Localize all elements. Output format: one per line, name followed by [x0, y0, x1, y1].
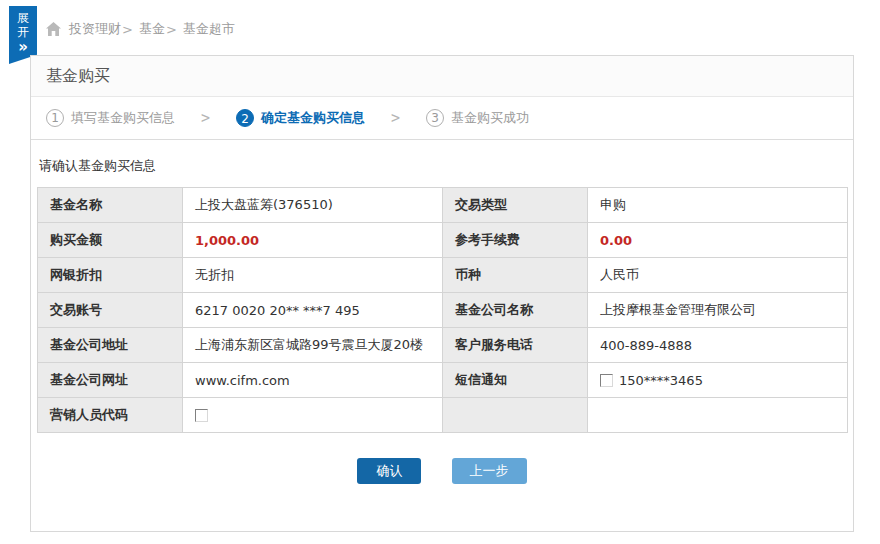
- account-value: 6217 0020 20** ***7 495: [183, 293, 443, 328]
- confirm-content: 请确认基金购买信息 基金名称 上投大盘蓝筹(376510) 交易类型 申购 购买…: [31, 157, 853, 484]
- table-row: 营销人员代码: [38, 398, 848, 433]
- double-chevron-right-icon: »: [9, 40, 37, 55]
- home-icon[interactable]: [46, 22, 61, 36]
- discount-label: 网银折扣: [38, 258, 183, 293]
- fund-purchase-panel: 基金购买 1 填写基金购买信息 > 2 确定基金购买信息 > 3 基金购买成功 …: [30, 55, 854, 532]
- confirm-button[interactable]: 确认: [357, 458, 421, 484]
- company-name-value: 上投摩根基金管理有限公司: [588, 293, 848, 328]
- table-row: 购买金额 1,000.00 参考手续费 0.00: [38, 223, 848, 258]
- purchase-amount-value: 1,000.00: [183, 223, 443, 258]
- company-address-label: 基金公司地址: [38, 328, 183, 363]
- fee-label: 参考手续费: [443, 223, 588, 258]
- step-separator-icon: >: [391, 109, 400, 127]
- marketing-code-checkbox[interactable]: [195, 409, 208, 422]
- sms-notify-value: 150****3465: [588, 363, 848, 398]
- step-1-circle: 1: [46, 109, 64, 127]
- sms-phone-text: 150****3465: [619, 373, 703, 388]
- table-row: 基金名称 上投大盘蓝筹(376510) 交易类型 申购: [38, 188, 848, 223]
- step-1-label: 填写基金购买信息: [71, 109, 175, 127]
- discount-value: 无折扣: [183, 258, 443, 293]
- breadcrumb-item-invest[interactable]: 投资理财: [69, 20, 121, 38]
- currency-label: 币种: [443, 258, 588, 293]
- breadcrumb-separator: >: [166, 22, 177, 37]
- empty-value-cell: [588, 398, 848, 433]
- table-row: 网银折扣 无折扣 币种 人民币: [38, 258, 848, 293]
- step-indicator: 1 填写基金购买信息 > 2 确定基金购买信息 > 3 基金购买成功: [31, 97, 853, 140]
- breadcrumb-item-fund-market[interactable]: 基金超市: [183, 20, 235, 38]
- fund-name-label: 基金名称: [38, 188, 183, 223]
- table-row: 交易账号 6217 0020 20** ***7 495 基金公司名称 上投摩根…: [38, 293, 848, 328]
- back-button[interactable]: 上一步: [452, 458, 527, 484]
- breadcrumb: 投资理财 > 基金 > 基金超市: [46, 20, 235, 38]
- breadcrumb-separator: >: [122, 22, 133, 37]
- fund-info-table: 基金名称 上投大盘蓝筹(376510) 交易类型 申购 购买金额 1,000.0…: [37, 187, 848, 433]
- confirm-prompt: 请确认基金购买信息: [39, 157, 847, 175]
- step-3-success: 3 基金购买成功: [426, 109, 529, 127]
- expand-label: 展开: [16, 11, 30, 39]
- page-title: 基金购买: [31, 56, 853, 97]
- step-2-confirm-info: 2 确定基金购买信息: [236, 109, 365, 127]
- company-address-value: 上海浦东新区富城路99号震旦大厦20楼: [183, 328, 443, 363]
- marketing-code-label: 营销人员代码: [38, 398, 183, 433]
- step-3-circle: 3: [426, 109, 444, 127]
- company-website-label: 基金公司网址: [38, 363, 183, 398]
- step-1-fill-info: 1 填写基金购买信息: [46, 109, 175, 127]
- fee-value: 0.00: [588, 223, 848, 258]
- step-2-label: 确定基金购买信息: [261, 109, 365, 127]
- table-row: 基金公司网址 www.cifm.com 短信通知 150****3465: [38, 363, 848, 398]
- service-phone-value: 400-889-4888: [588, 328, 848, 363]
- step-2-circle: 2: [236, 109, 254, 127]
- purchase-amount-label: 购买金额: [38, 223, 183, 258]
- fund-name-value: 上投大盘蓝筹(376510): [183, 188, 443, 223]
- company-website-value: www.cifm.com: [183, 363, 443, 398]
- breadcrumb-item-fund[interactable]: 基金: [139, 20, 165, 38]
- marketing-code-value: [183, 398, 443, 433]
- step-3-label: 基金购买成功: [451, 109, 529, 127]
- action-buttons: 确认 上一步: [37, 458, 847, 484]
- service-phone-label: 客户服务电话: [443, 328, 588, 363]
- table-row: 基金公司地址 上海浦东新区富城路99号震旦大厦20楼 客户服务电话 400-88…: [38, 328, 848, 363]
- account-label: 交易账号: [38, 293, 183, 328]
- sms-notify-checkbox[interactable]: [600, 374, 613, 387]
- step-separator-icon: >: [201, 109, 210, 127]
- currency-value: 人民币: [588, 258, 848, 293]
- company-name-label: 基金公司名称: [443, 293, 588, 328]
- trade-type-value: 申购: [588, 188, 848, 223]
- trade-type-label: 交易类型: [443, 188, 588, 223]
- empty-label-cell: [443, 398, 588, 433]
- sms-notify-label: 短信通知: [443, 363, 588, 398]
